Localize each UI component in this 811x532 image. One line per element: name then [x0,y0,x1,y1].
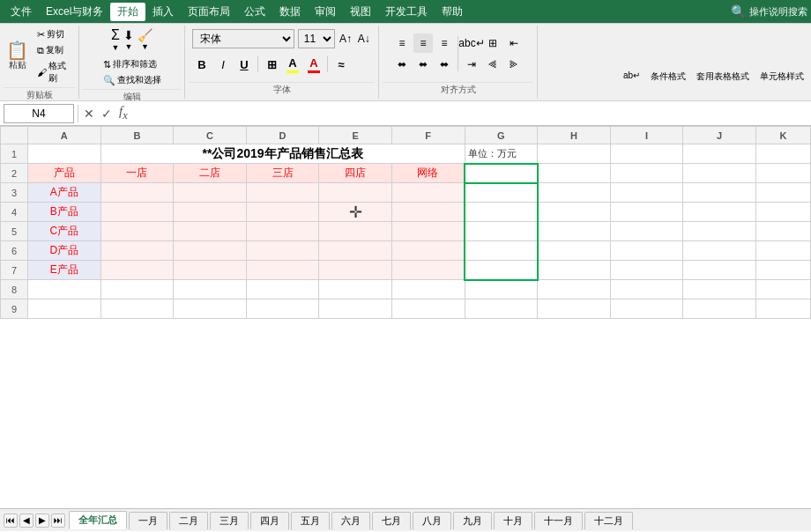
wrap-text-button[interactable]: abc↵ [462,33,481,53]
special-char-button[interactable]: ≈ [331,55,351,74]
cell-K9[interactable] [755,299,810,319]
indent-right-button[interactable]: ⇥ [462,55,481,74]
increase-font-button[interactable]: A↑ [339,30,353,48]
font-size-select[interactable]: 11 [298,29,335,48]
tab-feb[interactable]: 二月 [169,512,208,529]
cell-H1[interactable] [538,144,611,164]
cell-A9[interactable] [27,299,100,319]
col-header-G[interactable]: G [465,127,538,144]
fill-button[interactable]: ⬇ ▼ [123,28,134,51]
cell-K7[interactable] [755,261,810,280]
row-header-4[interactable]: 4 [1,203,28,222]
cell-E6[interactable] [319,241,392,261]
cell-K4[interactable] [755,203,810,222]
row-header-1[interactable]: 1 [1,144,28,164]
col-header-C[interactable]: C [174,127,247,144]
merge-button[interactable]: ⊞ [483,33,502,53]
cell-F4[interactable] [391,203,465,222]
tab-scroll-next[interactable]: ▶ [35,514,49,528]
align-top-right-button[interactable]: ≡ [435,33,454,53]
cell-A3[interactable]: A产品 [27,183,100,203]
cell-E8[interactable] [319,280,392,299]
search-label[interactable]: 操作说明搜索 [749,5,807,18]
row-header-5[interactable]: 5 [1,222,28,241]
col-header-H[interactable]: H [538,127,611,144]
cell-H9[interactable] [538,299,611,319]
cell-B7[interactable] [100,261,174,280]
cell-K5[interactable] [755,222,810,241]
cell-A8[interactable] [27,280,100,299]
row-header-2[interactable]: 2 [1,164,28,183]
tab-annual-summary[interactable]: 全年汇总 [69,511,127,529]
tab-may[interactable]: 五月 [291,512,330,529]
cell-D4[interactable] [246,203,319,222]
italic-button[interactable]: I [213,55,233,74]
cell-B8[interactable] [100,280,174,299]
cell-H4[interactable] [538,203,611,222]
tab-nov[interactable]: 十一月 [534,512,583,529]
col-header-E[interactable]: E [319,127,392,144]
cell-C5[interactable] [174,222,247,241]
align-top-center-button[interactable]: ≡ [413,33,433,53]
cell-E9[interactable] [319,299,392,319]
cell-E5[interactable] [319,222,392,241]
cell-I3[interactable] [610,183,683,203]
format-painter-button[interactable]: 🖌 格式刷 [34,59,75,85]
cell-A5[interactable]: C产品 [27,222,100,241]
cell-J3[interactable] [683,183,756,203]
border-button[interactable]: ⊞ [262,55,281,74]
cell-I7[interactable] [610,261,683,280]
tab-jul[interactable]: 七月 [372,512,411,529]
menu-file[interactable]: 文件 [4,3,39,21]
row-header-7[interactable]: 7 [1,261,28,280]
cell-J7[interactable] [683,261,756,280]
cell-F8[interactable] [391,280,465,299]
font-color-button[interactable]: A [304,55,324,74]
sort-filter-button[interactable]: ⇅ 排序和筛选 [100,57,164,71]
cell-I5[interactable] [610,222,683,241]
cell-J2[interactable] [683,164,756,183]
formula-input[interactable] [133,104,807,123]
cell-K8[interactable] [755,280,810,299]
menu-dev[interactable]: 开发工具 [378,3,435,21]
cell-H5[interactable] [538,222,611,241]
col-header-K[interactable]: K [755,127,810,144]
menu-formula[interactable]: 公式 [237,3,272,21]
cell-B2[interactable]: 一店 [100,164,174,183]
col-header-F[interactable]: F [391,127,465,144]
cell-D3[interactable] [246,183,319,203]
find-select-button[interactable]: 🔍 查找和选择 [100,73,164,87]
align-bottom-center-button[interactable]: ⬌ [413,55,433,74]
menu-data[interactable]: 数据 [272,3,308,21]
cell-D8[interactable] [246,280,319,299]
row-header-9[interactable]: 9 [1,299,28,319]
cond-format-btn[interactable]: 条件格式 [647,69,689,85]
name-box[interactable]: N4 [4,104,74,123]
cell-K1[interactable] [755,144,810,164]
bold-button[interactable]: B [192,55,212,74]
cell-G5[interactable] [465,222,538,241]
fill-color-button[interactable]: A [283,55,302,74]
cell-C9[interactable] [174,299,247,319]
wrap-btn[interactable]: ab↵ [620,69,644,85]
menu-layout[interactable]: 页面布局 [181,3,237,21]
cell-C3[interactable] [174,183,247,203]
tab-jun[interactable]: 六月 [331,512,370,529]
autosum-button[interactable]: Σ ▼ [111,27,120,52]
table-btn[interactable]: 套用表格格式 [693,69,753,85]
cell-G6[interactable] [465,241,538,261]
cell-D6[interactable] [246,241,319,261]
cell-B4[interactable] [100,203,174,222]
cell-J4[interactable] [683,203,756,222]
cell-J6[interactable] [683,241,756,261]
cell-H2[interactable] [538,164,611,183]
align-bottom-left-button[interactable]: ⬌ [392,55,412,74]
cell-F9[interactable] [391,299,465,319]
cell-I2[interactable] [610,164,683,183]
cell-G9[interactable] [465,299,538,319]
cell-D2[interactable]: 三店 [246,164,319,183]
cell-J9[interactable] [683,299,756,319]
cell-C4[interactable] [174,203,247,222]
cell-G4[interactable] [465,203,538,222]
cell-H8[interactable] [538,280,611,299]
